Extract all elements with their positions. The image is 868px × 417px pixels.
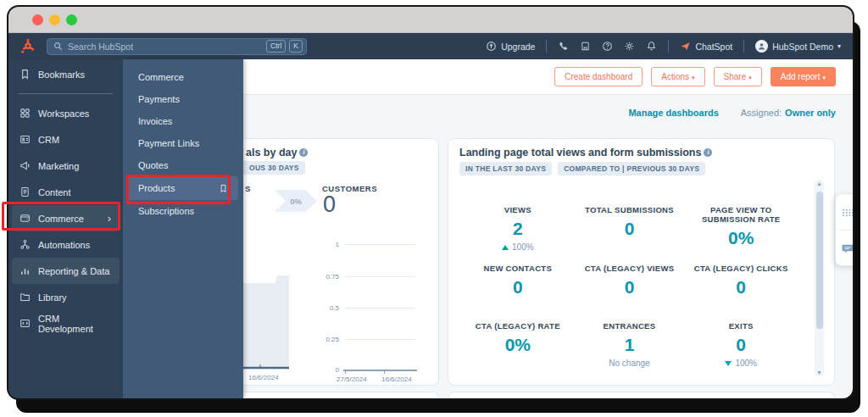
hubspot-logo-icon[interactable]	[19, 38, 36, 55]
flyout-item-label: Commerce	[138, 72, 184, 82]
info-icon[interactable]: i	[704, 148, 712, 157]
sidebar-item-label: Commerce	[38, 214, 84, 224]
metric-label: TOTAL SUBMISSIONS	[574, 205, 686, 214]
wallet-icon	[19, 213, 31, 224]
metrics-grid: VIEWS 2 100% TOTAL SUBMISSIONS 0 PAGE VI…	[462, 195, 797, 370]
metric-value: 1	[574, 335, 686, 355]
flyout-item-products[interactable]: Products	[128, 176, 238, 200]
grid-dots-icon	[842, 208, 853, 216]
flyout-item-quotes[interactable]: Quotes	[123, 154, 243, 176]
sidebar-divider	[19, 93, 113, 94]
sidebar-item-bookmarks[interactable]: Bookmarks	[8, 61, 123, 87]
chevron-down-icon: ▾	[822, 75, 826, 81]
upgrade-icon	[486, 41, 497, 52]
metric-label: EXITS	[685, 321, 797, 331]
sidebar-item-label: Library	[38, 292, 67, 303]
sidebar-item-automations[interactable]: Automations	[8, 231, 123, 258]
comment-tool-button[interactable]	[836, 231, 853, 266]
compare-range-badge: COMPARED TO | PREVIOUS 30 DAYS	[558, 162, 705, 175]
metric-delta: 100%	[462, 242, 574, 252]
calling-icon[interactable]	[558, 41, 569, 52]
sidebar-item-reporting-data[interactable]: Reporting & Data	[12, 258, 120, 284]
scroll-down-icon[interactable]: ▼	[815, 370, 824, 375]
shortcut-k-key: K	[289, 40, 303, 52]
account-menu[interactable]: HubSpot Demo ▾	[755, 40, 841, 53]
actions-button[interactable]: Actions▾	[651, 67, 704, 86]
topbar-divider	[743, 40, 744, 53]
window-titlebar	[8, 7, 853, 33]
minimize-window-button[interactable]	[49, 14, 60, 25]
flyout-item-payments[interactable]: Payments	[123, 88, 243, 110]
chatspot-button[interactable]: ChatSpot	[680, 41, 732, 52]
funnel-stage-label-fragment: S	[245, 184, 251, 193]
metric-label: CTA (LEGACY) RATE	[462, 321, 574, 331]
card-scrollbar[interactable]: ▲ ▼	[815, 180, 824, 376]
bookmark-icon	[19, 69, 31, 80]
sidebar-item-label: Bookmarks	[38, 70, 85, 80]
maximize-window-button[interactable]	[66, 14, 77, 25]
y-tick: 0.25	[320, 336, 339, 343]
share-button[interactable]: Share▾	[714, 67, 762, 86]
sidebar-item-commerce[interactable]: Commerce ›	[12, 205, 120, 231]
metric-value: 0	[462, 277, 574, 297]
add-report-button[interactable]: Add report▾	[771, 67, 836, 86]
metric-views: VIEWS 2 100%	[462, 195, 574, 253]
y-tick: 0.75	[320, 273, 339, 281]
flyout-item-subscriptions[interactable]: Subscriptions	[123, 200, 243, 222]
flyout-item-label: Subscriptions	[138, 206, 194, 216]
manage-dashboards-link[interactable]: Manage dashboards	[628, 108, 718, 118]
code-icon	[19, 318, 31, 329]
x-axis-date-label: 16/6/2024	[381, 375, 412, 383]
funnel-conversion-chevron: 0%	[275, 190, 317, 212]
metric-entrances: ENTRANCES 1 No change	[574, 311, 686, 370]
notifications-bell-icon[interactable]	[646, 41, 657, 52]
sidebar-item-marketing[interactable]: Marketing	[8, 153, 123, 179]
chatspot-label: ChatSpot	[695, 42, 732, 52]
settings-gear-icon[interactable]	[624, 41, 635, 52]
info-icon[interactable]: i	[299, 148, 308, 157]
flyout-item-payment-links[interactable]: Payment Links	[123, 132, 243, 154]
sidebar-item-workspaces[interactable]: Workspaces	[8, 100, 123, 126]
scrollbar-thumb[interactable]	[816, 192, 823, 329]
sidebar-item-crm-development[interactable]: CRM Development	[8, 310, 123, 336]
down-arrow-icon	[725, 361, 732, 366]
crm-contacts-icon	[19, 134, 31, 145]
dashboard-header: Create dashboard Actions▾ Share▾ Add rep…	[243, 59, 853, 95]
sidebar-item-label: Marketing	[38, 161, 79, 171]
create-dashboard-button[interactable]: Create dashboard	[554, 67, 643, 86]
flyout-item-label: Quotes	[138, 160, 168, 170]
bookmark-icon[interactable]	[219, 184, 228, 193]
scroll-up-icon[interactable]: ▲	[815, 181, 824, 186]
search-input[interactable]	[63, 42, 266, 52]
assigned-status[interactable]: Assigned:Owner only	[741, 108, 836, 118]
metric-cta-legacy-clicks: CTA (LEGACY) CLICKS 0	[685, 253, 797, 312]
metric-value: 0	[685, 335, 797, 355]
metric-label: ENTRANCES	[574, 321, 686, 331]
metric-exits: EXITS 0 100%	[685, 311, 797, 370]
metric-label: PAGE VIEW TO SUBMISSION RATE	[685, 205, 797, 224]
metric-delta: 100%	[685, 359, 797, 368]
close-window-button[interactable]	[32, 14, 43, 25]
metric-cta-legacy-views: CTA (LEGACY) VIEWS 0	[574, 253, 686, 312]
help-icon[interactable]	[602, 41, 613, 52]
metric-label: CTA (LEGACY) CLICKS	[685, 264, 797, 273]
upgrade-button[interactable]: Upgrade	[486, 41, 535, 52]
sidebar-item-library[interactable]: Library	[8, 284, 123, 310]
next-row-card-partial	[243, 392, 439, 398]
y-tick: 1	[320, 241, 339, 248]
flyout-item-label: Products	[138, 183, 175, 193]
flyout-item-commerce[interactable]: Commerce	[123, 66, 243, 88]
metric-label: VIEWS	[462, 205, 574, 214]
search-icon	[53, 42, 63, 51]
sidebar-item-crm[interactable]: CRM	[8, 126, 123, 153]
bar-chart-icon	[19, 265, 31, 276]
marketplace-icon[interactable]	[580, 41, 591, 52]
metric-total-submissions: TOTAL SUBMISSIONS 0	[574, 195, 686, 253]
global-search: Ctrl K	[47, 38, 307, 55]
flyout-item-invoices[interactable]: Invoices	[123, 110, 243, 132]
sidebar-item-content[interactable]: Content	[8, 179, 123, 205]
data-grid-tool-button[interactable]	[836, 194, 853, 230]
account-label: HubSpot Demo	[772, 42, 833, 52]
commerce-flyout-menu: Commerce Payments Invoices Payment Links…	[123, 59, 243, 398]
sidebar-item-label: Automations	[38, 240, 90, 250]
